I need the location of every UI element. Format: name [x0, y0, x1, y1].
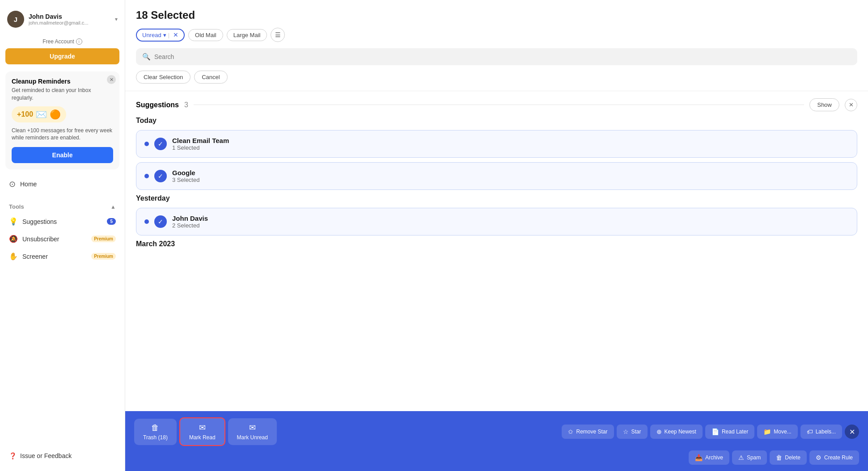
toolbar-row-2: 📥 Archive ⚠ Spam 🗑 Delete ⚙ Create Rule	[134, 450, 859, 465]
move-label: Move...	[774, 429, 791, 435]
clear-selection-button[interactable]: Clear Selection	[136, 71, 191, 84]
issue-feedback-button[interactable]: ❓ Issue or Feedback	[5, 448, 119, 464]
screener-icon: ✋	[9, 252, 18, 261]
section-march-title: March 2023	[136, 240, 857, 248]
unread-filter-label: Unread	[142, 32, 161, 38]
create-rule-icon: ⚙	[816, 454, 821, 461]
account-section[interactable]: J John Davis john.mailmeteor@gmail.c... …	[5, 7, 119, 31]
email-row[interactable]: ✓ Google 3 Selected	[136, 162, 857, 190]
search-input[interactable]	[154, 53, 851, 60]
move-button[interactable]: 📁 Move...	[757, 425, 797, 439]
trash-icon: 🗑	[151, 423, 159, 433]
toolbar-close-button[interactable]: ✕	[845, 425, 859, 439]
email-row[interactable]: ✓ John Davis 2 Selected	[136, 208, 857, 236]
free-account-label: Free Account i	[5, 38, 119, 45]
sidebar-item-screener[interactable]: ✋ Screener Premium	[5, 248, 119, 265]
tools-section: Tools ▲ 💡 Suggestions 5 🔕 Unsubscriber P…	[5, 199, 119, 267]
old-mail-filter[interactable]: Old Mail	[188, 29, 223, 41]
sidebar-item-unsubscriber[interactable]: 🔕 Unsubscriber Premium	[5, 230, 119, 248]
page-title: 18 Selected	[136, 9, 857, 21]
free-account-section: Free Account i Upgrade	[5, 37, 119, 66]
labels-label: Labels...	[816, 429, 836, 435]
enable-button[interactable]: Enable	[12, 147, 113, 163]
labels-button[interactable]: 🏷 Labels...	[800, 425, 842, 439]
filter-options-icon[interactable]: ☰	[271, 28, 285, 42]
archive-button[interactable]: 📥 Archive	[689, 450, 729, 465]
create-rule-button[interactable]: ⚙ Create Rule	[809, 450, 859, 465]
cancel-button[interactable]: Cancel	[194, 71, 227, 84]
bottom-toolbar: 🗑 Trash (18) ✉ Mark Read ✉ Mark Unread ✩…	[125, 411, 868, 471]
tools-header: Tools ▲	[5, 201, 119, 213]
suggestions-divider	[194, 105, 804, 105]
sidebar-item-suggestions-label: Suggestions	[22, 218, 57, 225]
cleanup-description: Get reminded to clean your Inbox regular…	[12, 87, 113, 102]
suggestions-title: Suggestions	[136, 101, 179, 109]
keep-newest-icon: ⊕	[656, 428, 662, 435]
unsubscriber-icon: 🔕	[9, 235, 18, 243]
cleanup-note: Clean +100 messages for free every week …	[12, 127, 113, 142]
sidebar-footer: ❓ Issue or Feedback	[5, 448, 119, 464]
suggestions-close-button[interactable]: ✕	[845, 99, 857, 111]
spam-button[interactable]: ⚠ Spam	[732, 450, 767, 465]
search-icon: 🔍	[142, 53, 151, 61]
suggestions-show-button[interactable]: Show	[809, 98, 839, 111]
large-mail-filter[interactable]: Large Mail	[227, 29, 267, 41]
keep-newest-button[interactable]: ⊕ Keep Newest	[650, 425, 703, 439]
issue-icon: ❓	[9, 452, 17, 459]
mark-unread-label: Mark Unread	[237, 434, 268, 441]
tools-chevron-icon[interactable]: ▲	[110, 204, 116, 210]
trash-button[interactable]: 🗑 Trash (18)	[134, 419, 177, 445]
delete-button[interactable]: 🗑 Delete	[770, 450, 807, 465]
star-button[interactable]: ☆ Star	[617, 425, 648, 439]
unread-dot	[144, 219, 149, 224]
cleanup-title: Cleanup Reminders	[12, 78, 113, 85]
unread-dot	[144, 142, 149, 146]
email-count: 1 Selected	[172, 144, 849, 151]
issue-feedback-label: Issue or Feedback	[20, 452, 72, 459]
mark-unread-button[interactable]: ✉ Mark Unread	[228, 418, 277, 445]
info-icon[interactable]: i	[76, 38, 82, 45]
email-info: Clean Email Team 1 Selected	[172, 137, 849, 151]
labels-icon: 🏷	[807, 428, 813, 435]
search-bar: 🔍	[136, 48, 857, 65]
email-row[interactable]: ✓ Clean Email Team 1 Selected	[136, 130, 857, 158]
email-sender: Google	[172, 169, 849, 177]
envelope-icon: ✉️ 🟠	[36, 109, 61, 120]
unread-filter-close[interactable]: ✕	[171, 32, 178, 38]
remove-star-icon: ✩	[568, 428, 573, 435]
spam-icon: ⚠	[738, 454, 744, 461]
toolbar-row-1: 🗑 Trash (18) ✉ Mark Read ✉ Mark Unread ✩…	[134, 417, 859, 446]
account-info: John Davis john.mailmeteor@gmail.c...	[29, 13, 110, 25]
email-sender: Clean Email Team	[172, 137, 849, 144]
cleanup-close-button[interactable]: ✕	[107, 75, 116, 84]
read-later-button[interactable]: 📄 Read Later	[705, 425, 754, 439]
account-email: john.mailmeteor@gmail.c...	[29, 20, 110, 25]
unread-dot	[144, 174, 149, 178]
cleanup-card: ✕ Cleanup Reminders Get reminded to clea…	[5, 71, 119, 169]
spam-label: Spam	[747, 454, 761, 461]
check-icon[interactable]: ✓	[154, 215, 167, 228]
unread-filter[interactable]: Unread ▾ | ✕	[136, 29, 185, 42]
remove-star-button[interactable]: ✩ Remove Star	[562, 425, 614, 439]
mark-read-button[interactable]: ✉ Mark Read	[179, 417, 225, 446]
move-icon: 📁	[763, 428, 771, 435]
check-icon[interactable]: ✓	[154, 138, 167, 150]
chevron-down-icon: ▾	[115, 16, 118, 22]
avatar: J	[7, 11, 24, 28]
star-label: Star	[631, 429, 641, 435]
read-later-label: Read Later	[722, 429, 748, 435]
filter-row: Unread ▾ | ✕ Old Mail Large Mail ☰	[136, 28, 857, 42]
sidebar-item-suggestions[interactable]: 💡 Suggestions 5	[5, 213, 119, 230]
sidebar-item-home-label: Home	[20, 181, 37, 188]
archive-icon: 📥	[695, 454, 703, 461]
chevron-down-icon: ▾	[163, 32, 166, 38]
suggestions-count: 3	[184, 101, 188, 109]
screener-badge: Premium	[91, 253, 116, 260]
section-today-title: Today	[136, 117, 857, 125]
main-content: 18 Selected Unread ▾ | ✕ Old Mail Large …	[125, 0, 868, 471]
suggestions-icon: 💡	[9, 217, 18, 226]
section-yesterday-title: Yesterday	[136, 194, 857, 202]
upgrade-button[interactable]: Upgrade	[5, 48, 119, 64]
check-icon[interactable]: ✓	[154, 170, 167, 182]
sidebar-item-home[interactable]: ⊙ Home	[5, 175, 119, 193]
